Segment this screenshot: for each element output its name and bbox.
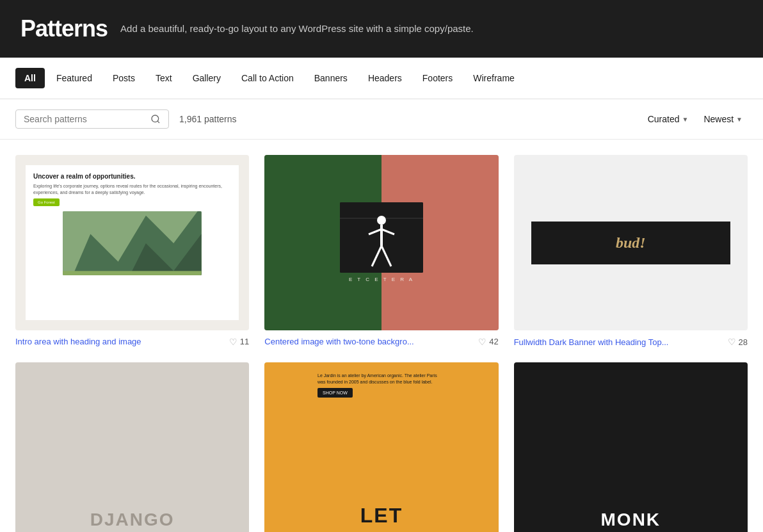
pattern-title[interactable]: Intro area with heading and image [15, 337, 229, 346]
pattern-thumbnail: Uncover a realm of opportunities. Explor… [15, 155, 249, 330]
curated-dropdown[interactable]: Curated ▼ [643, 110, 694, 128]
pattern-likes: ♡ 42 [478, 337, 498, 347]
heart-icon: ♡ [478, 337, 486, 347]
pattern-thumbnail: MONK [514, 362, 748, 532]
heart-icon: ♡ [728, 337, 736, 347]
nav-item-gallery[interactable]: Gallery [184, 68, 230, 88]
nav-item-text[interactable]: Text [147, 68, 181, 88]
pattern-thumbnail: bud! [514, 155, 748, 330]
pattern-thumbnail: Le Jardin is an atelier by American orga… [264, 362, 498, 532]
chevron-down-icon: ▼ [682, 116, 689, 123]
patterns-grid: Uncover a realm of opportunities. Explor… [0, 140, 763, 532]
pattern-card[interactable]: E T C E T E R A Centered image with two-… [264, 155, 498, 347]
chevron-down-icon: ▼ [736, 116, 743, 123]
page-subtitle: Add a beautiful, ready-to-go layout to a… [120, 22, 474, 36]
pattern-card[interactable]: bud! Fullwidth Dark Banner with Heading … [514, 155, 748, 347]
filter-dropdowns: Curated ▼ Newest ▼ [643, 110, 748, 128]
pattern-meta: Centered image with two-tone backgro... … [264, 337, 498, 347]
pattern-title[interactable]: Fullwidth Dark Banner with Heading Top..… [514, 337, 728, 347]
pattern-card[interactable]: DJANGO Django theme pattern ♡ [15, 362, 249, 532]
page-title: Patterns [20, 15, 108, 42]
search-icon [150, 114, 161, 124]
page-header: Patterns Add a beautiful, ready-to-go la… [0, 0, 763, 58]
svg-line-1 [157, 121, 159, 123]
nav-item-call-to-action[interactable]: Call to Action [232, 68, 303, 88]
nav-item-wireframe[interactable]: Wireframe [464, 68, 524, 88]
pattern-count: 1,961 patterns [179, 114, 632, 124]
svg-point-8 [377, 216, 386, 225]
toolbar: 1,961 patterns Curated ▼ Newest ▼ [0, 99, 763, 140]
nav-item-banners[interactable]: Banners [305, 68, 357, 88]
svg-point-0 [152, 115, 159, 122]
pattern-card[interactable]: Uncover a realm of opportunities. Explor… [15, 155, 249, 347]
nav-item-headers[interactable]: Headers [359, 68, 411, 88]
nav-item-all[interactable]: All [15, 68, 45, 88]
nav-item-featured[interactable]: Featured [47, 68, 101, 88]
newest-dropdown[interactable]: Newest ▼ [698, 110, 748, 128]
pattern-thumbnail: DJANGO [15, 362, 249, 532]
nav-item-footers[interactable]: Footers [414, 68, 462, 88]
pattern-thumbnail: E T C E T E R A [264, 155, 498, 330]
thumbnail-image [63, 211, 202, 275]
pattern-card[interactable]: Le Jardin is an atelier by American orga… [264, 362, 498, 532]
pattern-card[interactable]: MONK Monk theme pattern ♡ [514, 362, 748, 532]
category-nav: All Featured Posts Text Gallery Call to … [0, 58, 763, 99]
pattern-title[interactable]: Centered image with two-tone backgro... [264, 337, 478, 346]
search-box[interactable] [15, 109, 169, 129]
pattern-likes: ♡ 11 [229, 337, 249, 347]
pattern-meta: Fullwidth Dark Banner with Heading Top..… [514, 337, 748, 347]
heart-icon: ♡ [229, 337, 237, 347]
nav-item-posts[interactable]: Posts [104, 68, 144, 88]
pattern-meta: Intro area with heading and image ♡ 11 [15, 337, 249, 347]
search-input[interactable] [24, 114, 145, 124]
svg-rect-5 [63, 271, 202, 275]
pattern-likes: ♡ 28 [728, 337, 748, 347]
